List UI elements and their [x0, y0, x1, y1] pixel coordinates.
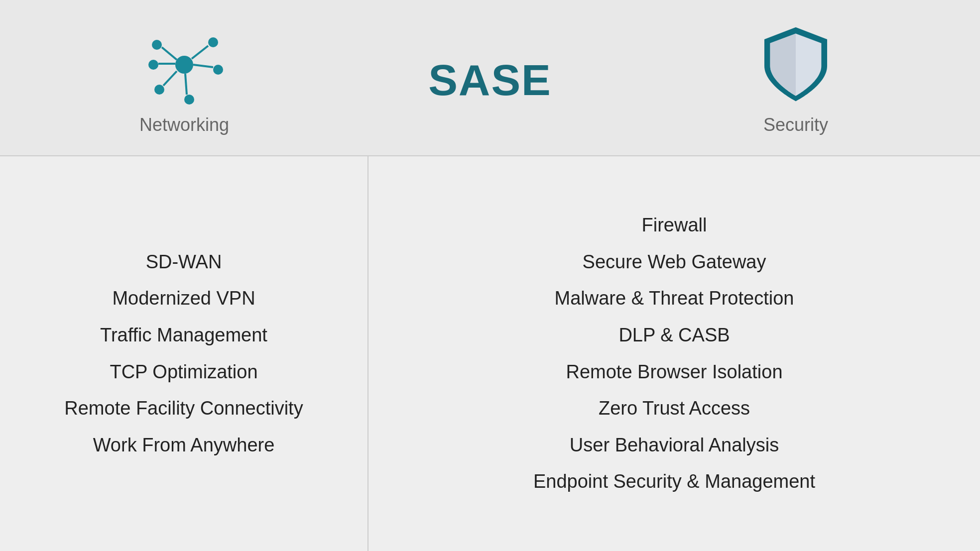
- svg-point-11: [148, 60, 158, 70]
- svg-line-8: [163, 71, 177, 86]
- shield-icon: [758, 25, 833, 105]
- center-title: SASE: [368, 55, 612, 106]
- security-column: Security: [612, 25, 980, 135]
- security-item: Remote Browser Isolation: [566, 354, 782, 391]
- networking-item: Traffic Management: [100, 317, 267, 354]
- security-list: FirewallSecure Web GatewayMalware & Thre…: [368, 156, 980, 551]
- networking-item: SD-WAN: [146, 244, 222, 281]
- security-item: Malware & Threat Protection: [555, 280, 794, 317]
- networking-column: Networking: [0, 25, 368, 135]
- top-section: Networking SASE Security: [0, 0, 980, 155]
- networking-item: TCP Optimization: [110, 354, 257, 391]
- svg-point-3: [208, 37, 218, 47]
- svg-point-1: [152, 40, 162, 50]
- networking-item: Remote Facility Connectivity: [64, 390, 303, 427]
- svg-line-4: [192, 46, 208, 59]
- security-label: Security: [763, 114, 828, 135]
- sase-title: SASE: [428, 55, 552, 106]
- svg-point-7: [154, 85, 164, 95]
- networking-item: Work From Anywhere: [93, 427, 275, 464]
- security-item: Endpoint Security & Management: [533, 463, 815, 500]
- security-item: Firewall: [642, 207, 707, 244]
- networking-list: SD-WANModernized VPNTraffic ManagementTC…: [0, 156, 368, 551]
- svg-point-5: [213, 65, 223, 75]
- network-icon: [144, 25, 224, 105]
- security-item: DLP & CASB: [618, 317, 730, 354]
- security-item: User Behavioral Analysis: [570, 427, 779, 464]
- svg-line-10: [185, 74, 187, 95]
- svg-line-2: [162, 47, 177, 60]
- security-item: Zero Trust Access: [599, 390, 750, 427]
- security-item: Secure Web Gateway: [583, 244, 766, 281]
- networking-label: Networking: [139, 114, 229, 135]
- svg-point-9: [184, 95, 194, 105]
- bottom-section: SD-WANModernized VPNTraffic ManagementTC…: [0, 155, 980, 551]
- networking-item: Modernized VPN: [112, 280, 255, 317]
- svg-line-6: [193, 65, 213, 67]
- svg-point-0: [175, 56, 193, 74]
